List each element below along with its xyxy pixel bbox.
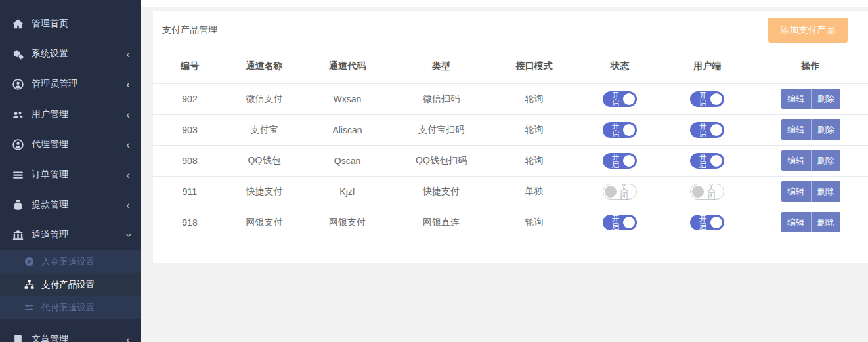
edit-button[interactable]: 编辑: [781, 150, 811, 171]
orders-icon: [12, 169, 24, 181]
cell-status: 开启: [578, 114, 661, 145]
app-root: 管理首页 系统设置 ‹ 管理员管理 ‹ 用户管理 ‹ 代理管理 ‹ 订单管理 ‹…: [0, 0, 868, 342]
edit-button[interactable]: 编辑: [781, 89, 811, 109]
toggle-knob-icon: [710, 93, 722, 105]
cell-channel-code: 网银支付: [302, 207, 393, 238]
delete-button[interactable]: 删除: [811, 119, 840, 140]
toggle-knob-icon: [623, 93, 635, 105]
sidebar-menu: 管理首页 系统设置 ‹ 管理员管理 ‹ 用户管理 ‹ 代理管理 ‹ 订单管理 ‹…: [0, 0, 141, 342]
status-toggle-on[interactable]: 开启: [603, 91, 637, 107]
client-toggle-on[interactable]: 开启: [690, 122, 724, 138]
status-toggle-on[interactable]: 开启: [603, 122, 637, 138]
table-row: 908 QQ钱包 Qscan QQ钱包扫码 轮询 开启 开启 编辑 删除: [153, 145, 868, 176]
client-toggle-on[interactable]: 开启: [690, 153, 724, 169]
sidebar-item-admin-manage[interactable]: 管理员管理 ‹: [0, 69, 141, 99]
sidebar-item-system-settings[interactable]: 系统设置 ‹: [0, 39, 141, 69]
cell-client: 关闭: [661, 176, 753, 207]
cell-channel-name: 网银支付: [227, 207, 302, 238]
column-header: 状态: [578, 49, 661, 83]
cell-status: 开启: [578, 207, 661, 238]
cell-actions: 编辑 删除: [753, 176, 868, 207]
edit-button[interactable]: 编辑: [781, 181, 811, 202]
cell-interface-mode: 轮询: [490, 83, 578, 114]
agent-icon: [12, 139, 24, 150]
cell-type: 微信扫码: [393, 83, 490, 114]
edit-button[interactable]: 编辑: [781, 119, 811, 140]
cell-client: 开启: [661, 145, 753, 176]
sidebar-item-label: 提款管理: [32, 199, 126, 211]
sidebar: 管理首页 系统设置 ‹ 管理员管理 ‹ 用户管理 ‹ 代理管理 ‹ 订单管理 ‹…: [0, 0, 141, 342]
sidebar-subitem-payout-channel-settings[interactable]: 代付渠道设置: [0, 296, 141, 319]
cell-interface-mode: 单独: [490, 176, 578, 207]
topbar-strip: [141, 0, 868, 7]
cell-id: 902: [153, 83, 227, 114]
sidebar-item-article-manage[interactable]: 文章管理 ‹: [0, 324, 141, 342]
toggle-knob-icon: [710, 124, 722, 136]
cell-actions: 编辑 删除: [753, 207, 868, 238]
cell-id: 918: [153, 207, 227, 238]
client-toggle-off[interactable]: 关闭: [690, 184, 724, 200]
status-toggle-on[interactable]: 开启: [603, 215, 637, 230]
sidebar-subitem-payment-product-settings[interactable]: 支付产品设置: [0, 273, 141, 296]
chevron-icon: ‹: [126, 169, 130, 181]
table-row: 903 支付宝 Aliscan 支付宝扫码 轮询 开启 开启 编辑 删除: [153, 114, 868, 145]
chevron-icon: ‹: [123, 233, 134, 237]
cell-interface-mode: 轮询: [490, 145, 578, 176]
client-toggle-on[interactable]: 开启: [690, 91, 724, 107]
chevron-icon: ‹: [126, 79, 130, 90]
client-toggle-on[interactable]: 开启: [690, 215, 724, 230]
toggle-knob-icon: [710, 217, 722, 228]
sidebar-item-home[interactable]: 管理首页: [0, 9, 141, 39]
sidebar-item-label: 代理管理: [32, 139, 126, 150]
row-actions: 编辑 删除: [781, 89, 840, 109]
sidebar-item-user-manage[interactable]: 用户管理 ‹: [0, 99, 141, 129]
cell-client: 开启: [661, 83, 753, 114]
column-header: 类型: [393, 49, 490, 83]
cell-channel-code: Kjzf: [302, 176, 393, 207]
cell-type: 快捷支付: [393, 176, 490, 207]
cell-channel-name: 支付宝: [227, 114, 302, 145]
cell-channel-code: Aliscan: [302, 114, 393, 145]
chevron-icon: ‹: [126, 109, 130, 120]
delete-button[interactable]: 删除: [811, 181, 840, 202]
cell-interface-mode: 轮询: [490, 207, 578, 238]
delete-button[interactable]: 删除: [811, 212, 840, 232]
table-row: 902 微信支付 Wxsan 微信扫码 轮询 开启 开启 编辑 删除: [153, 83, 868, 114]
table-row: 918 网银支付 网银支付 网银直连 轮询 开启 开启 编辑 删除: [153, 207, 868, 238]
edit-button[interactable]: 编辑: [781, 212, 811, 232]
table-body: 902 微信支付 Wxsan 微信扫码 轮询 开启 开启 编辑 删除 903 支…: [153, 83, 868, 238]
cell-channel-name: 微信支付: [227, 83, 302, 114]
add-payment-product-button[interactable]: 添加支付产品: [768, 18, 848, 43]
sidebar-item-withdraw-manage[interactable]: 提款管理 ‹: [0, 190, 141, 220]
sidebar-item-label: 管理首页: [32, 18, 130, 30]
delete-button[interactable]: 删除: [811, 150, 840, 171]
gears-icon: [12, 49, 24, 60]
toggle-knob-icon: [623, 217, 635, 228]
sliders-icon: [24, 303, 34, 312]
sidebar-item-channel-manage[interactable]: 通道管理 ‹: [0, 220, 141, 250]
sidebar-item-order-manage[interactable]: 订单管理 ‹: [0, 160, 141, 190]
row-actions: 编辑 删除: [781, 212, 840, 232]
cell-status: 关闭: [578, 176, 661, 207]
cell-client: 开启: [661, 207, 753, 238]
svg-text:P: P: [28, 259, 32, 265]
users-icon: [12, 109, 24, 120]
status-toggle-on[interactable]: 开启: [603, 153, 637, 169]
chevron-icon: ‹: [126, 200, 130, 211]
sidebar-item-label: 管理员管理: [32, 78, 126, 90]
sidebar-menu-top: 管理首页 系统设置 ‹ 管理员管理 ‹ 用户管理 ‹ 代理管理 ‹ 订单管理 ‹…: [0, 9, 141, 250]
delete-button[interactable]: 删除: [811, 89, 840, 109]
payment-product-card: 支付产品管理 添加支付产品 编号通道名称通道代码类型接口模式状态用户端操作 90…: [153, 11, 868, 263]
sidebar-subitem-deposit-channel-settings[interactable]: P 入金渠道设置: [0, 250, 141, 273]
row-actions: 编辑 删除: [781, 181, 840, 202]
status-toggle-off[interactable]: 关闭: [603, 184, 637, 200]
cell-type: 支付宝扫码: [393, 114, 490, 145]
payment-product-table: 编号通道名称通道代码类型接口模式状态用户端操作 902 微信支付 Wxsan 微…: [153, 49, 868, 238]
article-icon: [12, 334, 24, 342]
sidebar-item-agent-manage[interactable]: 代理管理 ‹: [0, 129, 141, 160]
sitemap-icon: [24, 280, 34, 289]
column-header: 通道代码: [302, 49, 393, 83]
home-icon: [12, 18, 24, 30]
column-header: 接口模式: [490, 49, 578, 83]
cell-actions: 编辑 删除: [753, 145, 868, 176]
